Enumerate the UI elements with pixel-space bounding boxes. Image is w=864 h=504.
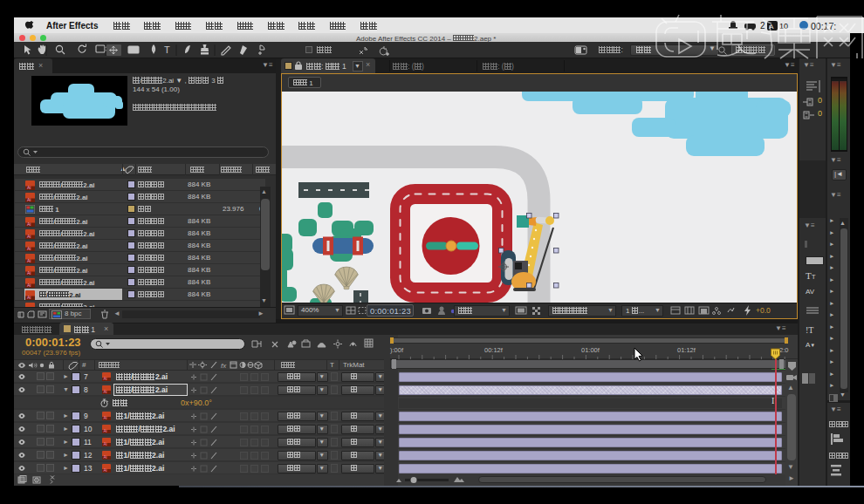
svg-text:Ai: Ai [27,221,31,227]
svg-text:Ai: Ai [27,283,31,288]
svg-text:Ai: Ai [104,429,107,433]
svg-text:Ai: Ai [104,442,107,446]
svg-text:Ai: Ai [27,295,31,300]
svg-text:Ai: Ai [104,377,107,381]
svg-text:Ai: Ai [27,197,31,202]
svg-text:T: T [164,44,170,55]
svg-text:Ai: Ai [27,234,31,239]
svg-text:Ai: Ai [104,455,107,460]
svg-text:Ai: Ai [27,258,31,263]
svg-text:Ai: Ai [104,390,107,394]
svg-text:Ai: Ai [27,270,31,276]
svg-text:Ai: Ai [104,468,107,473]
svg-text:Ai: Ai [104,416,107,420]
svg-text:fx: fx [221,362,227,370]
svg-text:Ai: Ai [27,246,31,251]
svg-text:Ai: Ai [27,185,31,190]
